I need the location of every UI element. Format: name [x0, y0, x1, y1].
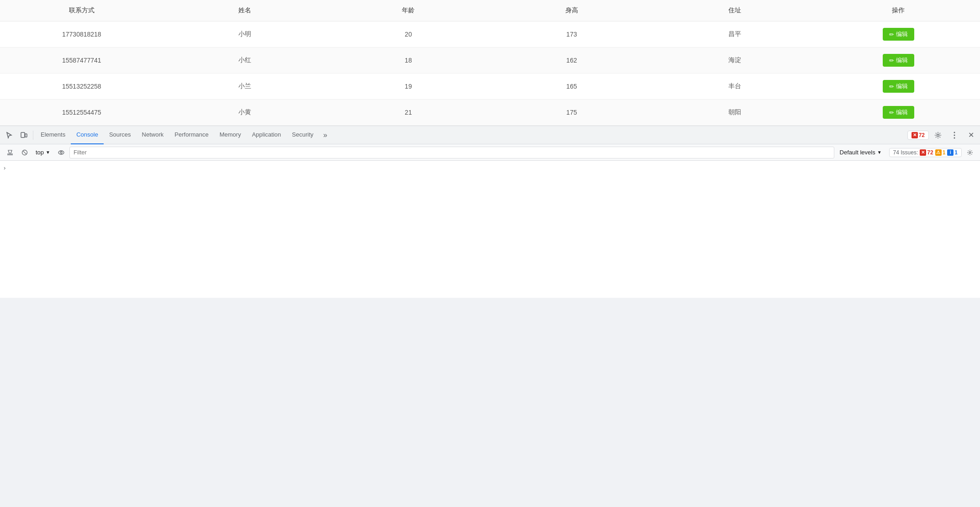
cell-contact: 17730818218	[0, 21, 163, 48]
tab-memory[interactable]: Memory	[214, 126, 247, 144]
more-tabs-btn[interactable]: »	[319, 129, 332, 142]
cell-height: 162	[490, 48, 653, 74]
tab-divider	[33, 131, 33, 140]
svg-point-5	[954, 137, 955, 138]
clear-icon	[7, 149, 13, 156]
cell-action: ✏ 编辑	[817, 48, 980, 74]
tab-application[interactable]: Application	[247, 126, 287, 144]
close-icon: ✕	[968, 131, 974, 139]
col-age: 年龄	[327, 0, 490, 21]
edit-button-3[interactable]: ✏ 编辑	[883, 106, 914, 119]
issues-info-count: i 1	[947, 149, 958, 156]
cell-name: 小兰	[163, 74, 327, 100]
devtools-panel: Elements Console Sources Network Perform…	[0, 126, 980, 298]
issues-badge[interactable]: ✕ 72	[907, 131, 929, 140]
svg-point-3	[954, 132, 955, 133]
console-toolbar: top ▼ Default levels ▼ 74 Issues: ✕ 72 ⚠	[0, 144, 980, 161]
live-expressions-btn[interactable]	[55, 146, 68, 159]
svg-rect-1	[25, 134, 27, 137]
table-row: 15587477741 小红 18 162 海淀 ✏ 编辑	[0, 48, 980, 74]
console-gear-icon	[967, 149, 973, 156]
cursor-icon-btn[interactable]	[2, 128, 16, 143]
cell-name: 小黄	[163, 100, 327, 126]
issues-warning-count: ⚠ 1	[935, 149, 946, 156]
cell-address: 海淀	[653, 48, 817, 74]
svg-point-2	[937, 134, 939, 136]
edit-button-2[interactable]: ✏ 编辑	[883, 80, 914, 93]
filter-input[interactable]	[69, 147, 834, 158]
cell-action: ✏ 编辑	[817, 100, 980, 126]
warning-icon: ⚠	[935, 149, 942, 156]
cell-action: ✏ 编辑	[817, 21, 980, 48]
edit-icon: ✏	[889, 109, 894, 116]
col-action: 操作	[817, 0, 980, 21]
clear-console-btn[interactable]	[4, 146, 16, 159]
data-table: 联系方式 姓名 年龄 身高 住址 操作 17730818218 小明 20 17…	[0, 0, 980, 126]
ellipsis-vertical-icon	[954, 132, 955, 139]
table-body: 17730818218 小明 20 173 昌平 ✏ 编辑 1558747774…	[0, 21, 980, 126]
col-height: 身高	[490, 0, 653, 21]
tab-network[interactable]: Network	[137, 126, 169, 144]
svg-line-10	[23, 151, 26, 154]
cell-height: 173	[490, 21, 653, 48]
console-chevron-icon[interactable]: ›	[4, 164, 5, 171]
svg-point-12	[60, 152, 62, 153]
table-row: 15513252258 小兰 19 165 丰台 ✏ 编辑	[0, 74, 980, 100]
data-table-container: 联系方式 姓名 年龄 身高 住址 操作 17730818218 小明 20 17…	[0, 0, 980, 126]
cell-address: 丰台	[653, 74, 817, 100]
cell-age: 19	[327, 74, 490, 100]
context-selector[interactable]: top ▼	[33, 148, 53, 157]
error-badge: ✕ 72	[912, 132, 925, 138]
cell-height: 165	[490, 74, 653, 100]
cell-contact: 15512554475	[0, 100, 163, 126]
device-icon	[20, 132, 27, 139]
chevron-right-double-icon: »	[323, 131, 327, 139]
devtools-settings-btn[interactable]	[931, 128, 945, 143]
console-settings-btn[interactable]	[964, 146, 976, 159]
block-icon	[21, 149, 28, 156]
issues-error-count: ✕ 72	[920, 149, 933, 156]
tab-performance[interactable]: Performance	[169, 126, 214, 144]
edit-icon: ✏	[889, 57, 894, 64]
cell-name: 小明	[163, 21, 327, 48]
default-levels-btn[interactable]: Default levels ▼	[836, 148, 885, 157]
cursor-icon	[5, 132, 13, 139]
console-output: ›	[0, 161, 980, 298]
svg-point-11	[58, 151, 64, 154]
svg-rect-0	[21, 132, 25, 137]
devtools-right-controls: ✕ 72 ✕	[907, 128, 978, 143]
cell-age: 21	[327, 100, 490, 126]
tab-console[interactable]: Console	[71, 126, 104, 144]
tab-sources[interactable]: Sources	[104, 126, 137, 144]
edit-button-1[interactable]: ✏ 编辑	[883, 54, 914, 67]
issues-summary-badge[interactable]: 74 Issues: ✕ 72 ⚠ 1 i 1	[889, 148, 962, 157]
context-label: top	[36, 149, 44, 156]
cell-height: 175	[490, 100, 653, 126]
devtools-tabbar: Elements Console Sources Network Perform…	[0, 126, 980, 144]
col-address: 住址	[653, 0, 817, 21]
more-options-btn[interactable]	[947, 128, 962, 143]
cell-address: 朝阳	[653, 100, 817, 126]
edit-button-0[interactable]: ✏ 编辑	[883, 28, 914, 41]
tab-elements[interactable]: Elements	[35, 126, 71, 144]
svg-point-13	[969, 152, 971, 153]
dropdown-arrow-icon: ▼	[46, 150, 50, 155]
error-x-icon: ✕	[912, 132, 918, 138]
edit-icon: ✏	[889, 83, 894, 90]
col-name: 姓名	[163, 0, 327, 21]
cell-age: 18	[327, 48, 490, 74]
device-toolbar-btn[interactable]	[16, 128, 31, 143]
cell-contact: 15513252258	[0, 74, 163, 100]
cell-age: 20	[327, 21, 490, 48]
cell-action: ✏ 编辑	[817, 74, 980, 100]
levels-dropdown-icon: ▼	[877, 150, 882, 155]
block-icon-btn[interactable]	[18, 146, 31, 159]
cell-contact: 15587477741	[0, 48, 163, 74]
edit-icon: ✏	[889, 31, 894, 38]
svg-point-4	[954, 134, 955, 136]
tab-security[interactable]: Security	[286, 126, 319, 144]
col-contact: 联系方式	[0, 0, 163, 21]
close-devtools-btn[interactable]: ✕	[964, 128, 978, 143]
gear-icon	[934, 132, 942, 139]
cell-address: 昌平	[653, 21, 817, 48]
